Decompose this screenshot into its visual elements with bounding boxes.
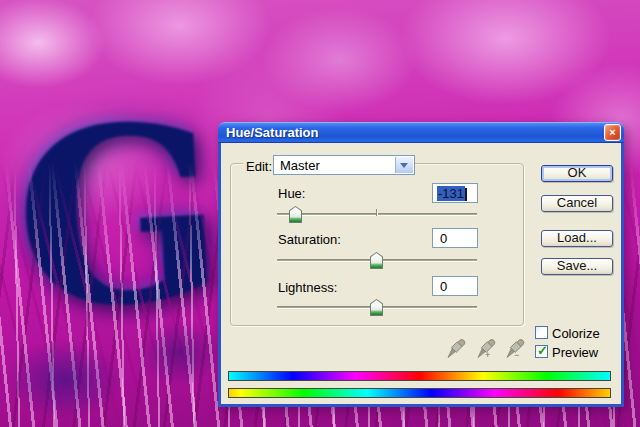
cancel-button[interactable]: Cancel [541,195,613,212]
svg-text:−: − [514,350,519,359]
edit-channel-value: Master [280,158,320,173]
edit-label: Edit: [243,159,275,174]
save-button[interactable]: Save... [541,258,613,275]
load-button[interactable]: Load... [541,230,613,247]
hue-value-input[interactable]: -131 [432,183,478,203]
saturation-label: Saturation: [278,232,341,247]
saturation-slider-thumb[interactable] [370,252,383,269]
dialog-titlebar[interactable]: Hue/Saturation × [218,122,624,143]
preview-label: Preview [552,345,598,360]
hue-value-selected-text: -131 [437,186,465,201]
saturation-value-input[interactable]: 0 [432,228,478,248]
chevron-down-icon [400,163,408,168]
dialog-title: Hue/Saturation [226,122,318,143]
hue-slider-center-tick [376,209,377,216]
preview-checkbox[interactable]: ✓ [535,345,548,358]
ok-button[interactable]: OK [541,165,613,182]
hue-saturation-dialog: Hue/Saturation × Edit: Master Hue: -131 … [218,122,624,407]
adjusted-hue-spectrum-bar [228,388,611,398]
edit-channel-dropdown[interactable]: Master [273,155,415,175]
hue-label: Hue: [278,186,305,201]
add-eyedropper-icon: + [476,338,500,359]
colorize-checkbox[interactable] [535,326,548,339]
text-caret [465,188,467,201]
lightness-label: Lightness: [278,280,337,295]
preview-checkmark: ✓ [537,343,548,359]
eyedropper-icon [446,338,470,359]
lightness-slider-thumb[interactable] [370,299,383,316]
dropdown-button[interactable] [395,157,413,173]
close-icon[interactable]: × [604,124,621,141]
colorize-label: Colorize [552,326,600,341]
lightness-value-input[interactable]: 0 [432,276,478,296]
hue-slider-track[interactable] [277,213,477,215]
original-hue-spectrum-bar [228,371,611,381]
hue-slider-thumb[interactable] [289,206,302,223]
subtract-eyedropper-icon: − [505,338,529,359]
svg-text:+: + [485,350,490,359]
